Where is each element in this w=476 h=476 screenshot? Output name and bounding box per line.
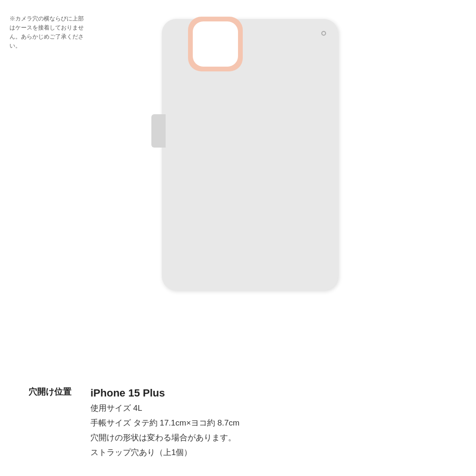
info-content-block: iPhone 15 Plus 使用サイズ 4L 手帳サイズ タテ約 17.1cm… [90, 385, 239, 460]
size-label: 使用サイズ 4L [90, 402, 239, 416]
info-main-row: 穴開け位置 iPhone 15 Plus 使用サイズ 4L 手帳サイズ タテ約 … [29, 383, 447, 462]
phone-case-section: ※カメラ穴の横ならびに上部はケースを接着しておりません。あらかじめご了承ください… [0, 0, 476, 374]
device-name: iPhone 15 Plus [90, 385, 239, 401]
shape-note: 穴開けの形状は変わる場合があります。 [90, 431, 239, 445]
case-wrapper [138, 19, 338, 295]
dimensions-label: 手帳サイズ タテ約 17.1cm×ヨコ約 8.7cm [90, 416, 239, 430]
strap-hole-indicator [321, 31, 326, 36]
camera-note-text: ※カメラ穴の横ならびに上部はケースを接着しておりません。あらかじめご了承ください… [10, 14, 86, 50]
camera-inner [193, 21, 238, 67]
side-strap-tab [151, 114, 166, 148]
info-section: 穴開け位置 iPhone 15 Plus 使用サイズ 4L 手帳サイズ タテ約 … [0, 374, 476, 476]
camera-cutout [188, 17, 243, 71]
strap-note: ストラップ穴あり（上1個） [90, 446, 239, 460]
hole-position-label: 穴開け位置 [29, 385, 90, 397]
phone-case-body [162, 19, 338, 290]
page-container: ※カメラ穴の横ならびに上部はケースを接着しておりません。あらかじめご了承ください… [0, 0, 476, 476]
